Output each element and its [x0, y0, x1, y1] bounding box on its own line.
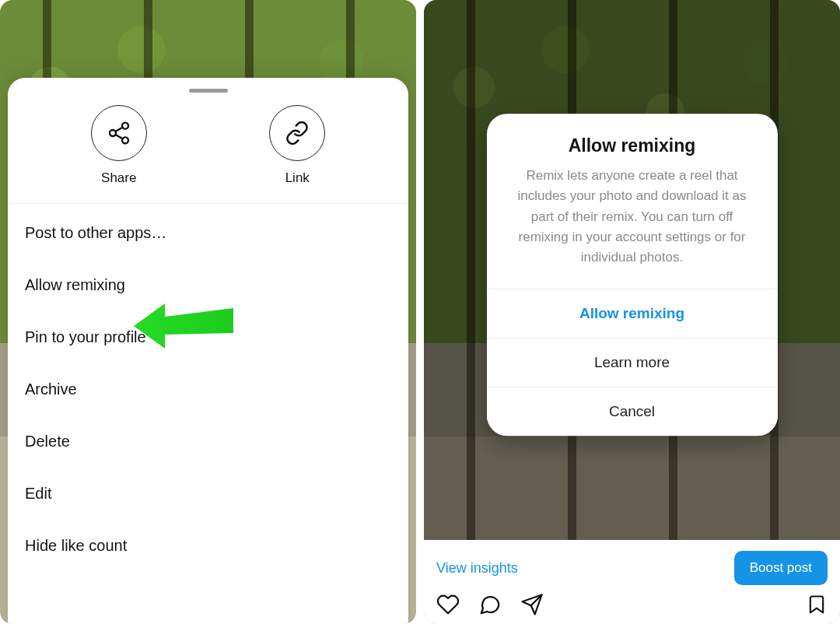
link-icon[interactable]: [269, 105, 325, 161]
heart-icon[interactable]: [436, 593, 460, 616]
menu-archive[interactable]: Archive: [8, 363, 408, 415]
menu-post-to-other-apps[interactable]: Post to other apps…: [8, 207, 408, 259]
allow-remixing-dialog: Allow remixing Remix lets anyone create …: [487, 114, 778, 436]
left-screenshot: Share Link Post to other apps… Allow rem…: [0, 0, 416, 624]
right-screenshot: View insights Boost post: [424, 0, 840, 624]
menu-edit[interactable]: Edit: [8, 468, 408, 520]
menu-allow-remixing[interactable]: Allow remixing: [8, 259, 408, 311]
svg-line-3: [115, 128, 122, 131]
link-action[interactable]: Link: [243, 105, 352, 186]
svg-line-4: [115, 135, 122, 138]
bookmark-icon[interactable]: [806, 593, 828, 616]
sheet-grabber[interactable]: [189, 89, 228, 93]
share-action[interactable]: Share: [65, 105, 173, 186]
post-bottom-bar: View insights Boost post: [424, 540, 840, 624]
view-insights-link[interactable]: View insights: [436, 560, 518, 577]
dialog-cancel-button[interactable]: Cancel: [487, 387, 778, 436]
send-icon[interactable]: [520, 593, 544, 616]
sheet-quick-actions: Share Link: [8, 99, 408, 204]
dialog-body: Remix lets anyone create a reel that inc…: [487, 166, 778, 289]
menu-hide-like-count[interactable]: Hide like count: [8, 520, 408, 572]
dialog-learn-more-button[interactable]: Learn more: [487, 338, 778, 387]
share-icon[interactable]: [91, 105, 147, 161]
sheet-menu: Post to other apps… Allow remixing Pin t…: [8, 204, 408, 572]
link-label: Link: [285, 170, 310, 186]
dialog-title: Allow remixing: [487, 114, 778, 166]
boost-post-button[interactable]: Boost post: [734, 551, 828, 585]
comment-icon[interactable]: [478, 593, 502, 616]
action-sheet: Share Link Post to other apps… Allow rem…: [8, 78, 408, 624]
share-label: Share: [101, 170, 136, 186]
menu-delete[interactable]: Delete: [8, 415, 408, 468]
dialog-allow-remixing-button[interactable]: Allow remixing: [487, 289, 778, 338]
menu-pin-to-profile[interactable]: Pin to your profile: [8, 311, 408, 363]
screenshot-stage: Share Link Post to other apps… Allow rem…: [0, 0, 840, 624]
